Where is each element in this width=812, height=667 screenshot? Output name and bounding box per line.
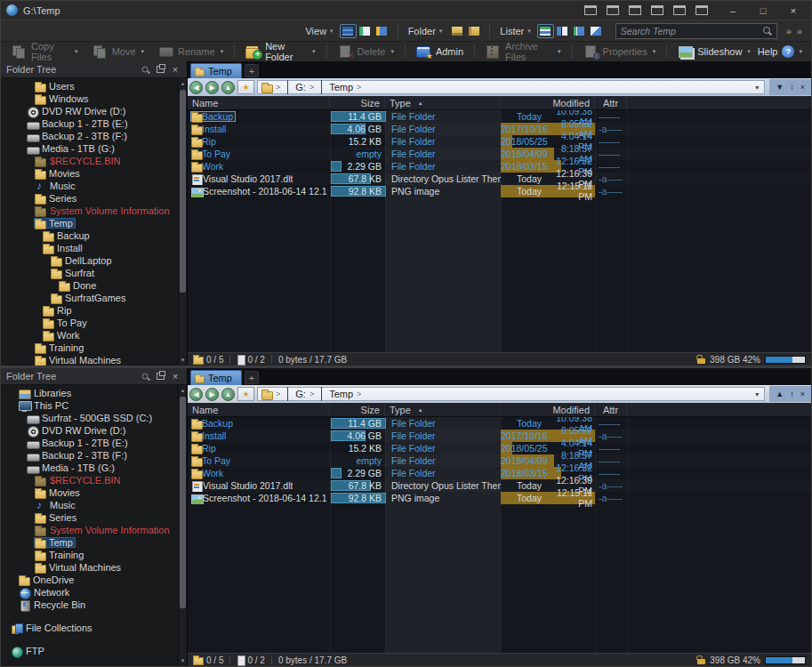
dual-vertical-icon[interactable] [554,24,571,38]
tree-item[interactable]: SurfratGames [1,292,178,304]
folder-format-icon[interactable] [448,24,465,38]
crumb[interactable]: Temp> [329,389,361,399]
view-menu-button[interactable]: View▾ [302,26,335,36]
layout-horizontal-icon[interactable] [628,5,641,16]
up-button[interactable]: ▲ [221,388,235,401]
tree-item[interactable]: Backup [1,229,178,242]
tree-item[interactable]: Series [1,192,178,205]
tree-item[interactable]: Surfrat [1,267,178,279]
toolbar-button[interactable]: Archive Files ▾ [478,43,567,61]
menu-item[interactable] [68,28,84,34]
new-tab-button[interactable]: + [245,64,259,77]
tree-item[interactable]: This PC [1,399,178,412]
Work[interactable]: Work 2.29 GB File Folder 2018/03/1512:16… [188,160,811,173]
scroll-up-icon[interactable]: ▲ [179,79,187,88]
path-dropdown-icon[interactable]: ▾ [753,84,760,92]
toolbar-button[interactable]: Properties ▾ [576,43,663,61]
close-pane-icon[interactable]: × [800,84,805,92]
tree-item[interactable]: DellLaptop [1,254,178,267]
column-header-type[interactable]: Type▲ [385,403,501,416]
breadcrumb[interactable]: > G:>Temp> ▾ [257,387,765,401]
scrollbar-thumb[interactable] [180,397,186,608]
tree-item[interactable]: To Pay [1,317,178,329]
toolbar-button[interactable]: Slideshow ▾ [671,43,758,61]
toolbar-button[interactable]: Move ▾ [85,43,151,61]
tree-item[interactable]: Series [1,511,178,524]
tree-item[interactable]: Temp [1,536,178,549]
Screenshot - 2018-06-14 12.15.11.png[interactable]: Screenshot - 2018-06-14 12.15.11.png 92.… [188,185,811,197]
tree-item[interactable]: Movies [1,486,178,499]
detach-panel-icon[interactable] [154,63,166,76]
Backup[interactable]: Backup 11.4 GB File Folder Today10:09:38… [188,110,811,123]
tree-item[interactable]: Backup 1 - 2TB (E:) [1,117,178,130]
back-button[interactable]: ◀ [189,388,203,401]
tree-item[interactable]: Backup 2 - 3TB (F:) [1,130,178,142]
tree-item[interactable]: DVD RW Drive (D:) [1,105,178,117]
tree-item[interactable]: Temp [1,217,178,229]
menu-item[interactable] [52,28,68,34]
maximize-button[interactable]: □ [751,3,776,19]
crumb[interactable]: G:> [295,389,314,399]
back-button[interactable]: ◀ [189,81,203,94]
toolbar-button[interactable]: Copy Files ▾ [4,43,85,61]
folder-menu-button[interactable]: Folder▾ [406,26,446,36]
help-button[interactable]: Help ? ▾ [758,45,808,58]
tree-item[interactable]: Install [1,242,178,254]
menu-item[interactable] [20,28,36,34]
thumbnails-view-icon[interactable] [340,24,357,38]
column-header-attr[interactable]: Attr [595,96,627,109]
lock-icon[interactable] [697,358,705,364]
details-view-icon[interactable] [357,24,374,38]
scroll-down-icon[interactable]: ▼ [179,356,187,365]
search-icon[interactable] [139,63,151,76]
up-button[interactable]: ▲ [221,81,235,94]
swap-panes-icon[interactable]: ↕ [790,390,794,398]
tree-item[interactable]: Network [1,586,178,599]
minimize-button[interactable]: – [720,3,745,19]
tree-item[interactable]: Music [1,499,178,511]
toolbar-button[interactable]: Delete ▾ [331,43,401,61]
open-new-lister-icon[interactable] [583,5,597,16]
dual-display-icon[interactable] [695,5,708,16]
menu-item[interactable] [4,28,20,34]
tree-item[interactable]: Music [1,180,178,192]
scroll-up-icon[interactable]: ▲ [179,386,187,395]
Rip[interactable]: Rip 15.2 KB File Folder 2018/05/254:04:1… [188,135,811,148]
tree-item[interactable]: Virtual Machines [1,354,178,366]
Visual Studio 2017.dlt[interactable]: Visual Studio 2017.dlt 67.8 KB Directory… [188,479,811,492]
viewer-pane-icon[interactable] [588,24,605,38]
new-tab-button[interactable]: + [245,371,259,384]
column-header-modified[interactable]: Modified [501,96,595,109]
close-panel-icon[interactable]: × [169,370,181,382]
favorites-button[interactable]: ★ [237,80,254,94]
column-header-attr[interactable]: Attr [595,403,627,416]
Backup[interactable]: Backup 11.4 GB File Folder Today10:09:38… [188,417,811,430]
tree-item[interactable]: Movies [1,167,178,180]
To Pay[interactable]: To Pay empty File Folder 2018/04/098:18:… [188,148,811,160]
tree-item[interactable]: Training [1,549,178,561]
column-header-type[interactable]: Type▲ [385,96,501,109]
Visual Studio 2017.dlt[interactable]: Visual Studio 2017.dlt 67.8 KB Directory… [188,173,811,185]
tree-item[interactable]: Training [1,342,178,354]
tree-item[interactable]: Done [1,279,178,292]
toolbar-button[interactable]: Admin ▾ [409,43,470,61]
folder-options-icon[interactable] [465,24,482,38]
tab-temp[interactable]: Temp [190,63,242,78]
layout-vertical-icon[interactable] [650,5,663,16]
toolbar-overflow-chevron[interactable]: » [797,26,802,36]
close-panel-icon[interactable]: × [169,63,181,76]
toolbar-button[interactable]: New Folder ▾ [238,43,322,61]
tree-item[interactable]: OneDrive [1,574,178,586]
tab-temp[interactable]: Temp [190,370,242,385]
tree-scrollbar[interactable]: ▲ ▼ [178,385,187,666]
tree-item[interactable]: DVD RW Drive (D:) [1,424,178,437]
tree-item[interactable]: Work [1,329,178,342]
tree-item[interactable]: $RECYCLE.BIN [1,155,178,167]
tree-item[interactable]: Backup 1 - 2TB (E:) [1,437,178,449]
search-icon[interactable] [139,370,151,382]
scroll-down-icon[interactable]: ▼ [179,656,187,665]
crumb[interactable]: G:> [295,82,314,92]
To Pay[interactable]: To Pay empty File Folder 2018/04/098:18:… [188,454,811,467]
favorites-button[interactable]: ★ [237,387,254,401]
tree-item[interactable]: Libraries [1,387,178,399]
